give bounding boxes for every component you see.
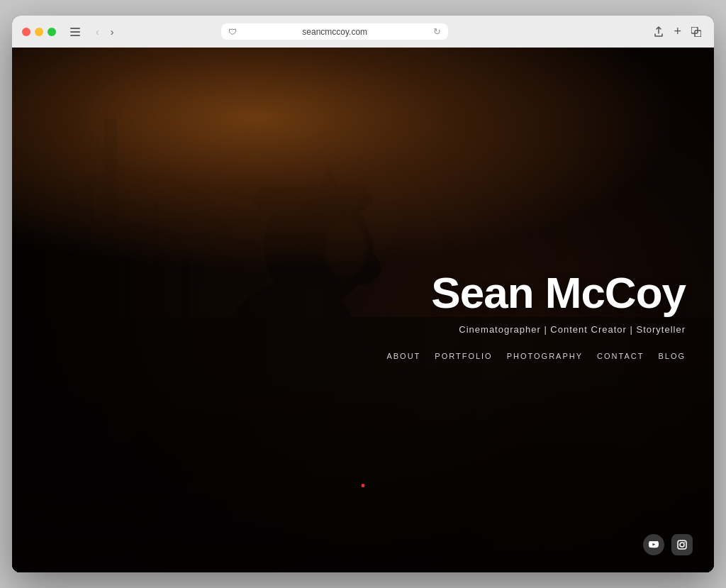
refresh-icon[interactable]: ↻: [433, 26, 441, 37]
back-button[interactable]: ‹: [93, 25, 102, 39]
minimize-button[interactable]: [35, 28, 43, 36]
svg-point-47: [684, 542, 686, 543]
svg-rect-1: [70, 31, 80, 33]
traffic-lights: [22, 28, 56, 36]
close-button[interactable]: [22, 28, 30, 36]
browser-window: ‹ › 🛡 seancmccoy.com ↻ +: [12, 16, 714, 572]
nav-blog[interactable]: BLOG: [658, 352, 686, 360]
youtube-icon[interactable]: [643, 534, 664, 555]
browser-toolbar: ‹ › 🛡 seancmccoy.com ↻ +: [22, 23, 704, 48]
browser-chrome: ‹ › 🛡 seancmccoy.com ↻ +: [12, 16, 714, 48]
svg-rect-45: [678, 540, 686, 549]
address-bar[interactable]: 🛡 seancmccoy.com ↻: [221, 23, 448, 40]
hero-name: Sean McCoy: [386, 269, 686, 317]
instagram-icon[interactable]: [671, 534, 693, 555]
hero-section: Sean McCoy Cinematographer | Content Cre…: [12, 48, 714, 572]
maximize-button[interactable]: [48, 28, 56, 36]
social-icons: [643, 534, 693, 555]
red-dot-indicator: [362, 484, 365, 487]
nav-photography[interactable]: PHOTOGRAPHY: [507, 352, 583, 360]
hero-nav: ABOUT PORTFOLIO PHOTOGRAPHY CONTACT BLOG: [386, 352, 686, 360]
shield-icon: 🛡: [228, 27, 237, 37]
hero-content: Sean McCoy Cinematographer | Content Cre…: [386, 269, 686, 360]
tabs-button[interactable]: [688, 26, 704, 38]
share-button[interactable]: [651, 25, 666, 39]
forward-button[interactable]: ›: [108, 25, 117, 39]
new-tab-button[interactable]: +: [671, 23, 684, 40]
svg-rect-0: [70, 28, 80, 29]
nav-contact[interactable]: CONTACT: [597, 352, 644, 360]
nav-about[interactable]: ABOUT: [386, 352, 420, 360]
svg-rect-2: [70, 35, 80, 36]
toolbar-right: +: [651, 23, 704, 40]
sidebar-toggle-button[interactable]: [66, 26, 84, 38]
nav-portfolio[interactable]: PORTFOLIO: [435, 352, 492, 360]
svg-point-46: [680, 543, 684, 547]
hero-tagline: Cinematographer | Content Creator | Stor…: [386, 324, 686, 335]
url-text: seancmccoy.com: [241, 27, 429, 37]
